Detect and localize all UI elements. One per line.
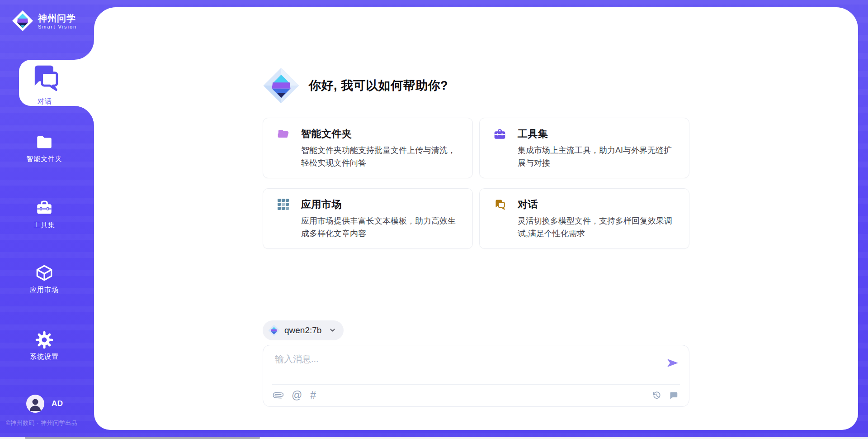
greeting: 你好, 我可以如何帮助你? xyxy=(263,67,689,104)
active-tab-curve-bottom xyxy=(74,106,94,126)
feature-cards: 智能文件夹 智能文件夹功能支持批量文件上传与清洗，轻松实现文件问答 xyxy=(263,118,689,249)
sidebar-item-toolset[interactable]: 工具集 xyxy=(0,199,89,229)
briefcase-icon xyxy=(493,128,506,140)
at-icon[interactable]: @ xyxy=(292,390,302,401)
hash-icon[interactable]: # xyxy=(310,390,316,401)
person-icon xyxy=(26,395,44,413)
brand-logo-icon xyxy=(12,10,33,32)
history-icon[interactable] xyxy=(652,391,661,400)
sidebar-item-smart-folders[interactable]: 智能文件夹 xyxy=(0,133,89,163)
composer-tools-right xyxy=(652,384,678,406)
main-panel: 你好, 我可以如何帮助你? 智能文件夹 智能文件夹功能支持批量文件上传与清洗，轻… xyxy=(94,7,858,430)
grid-icon xyxy=(277,198,289,211)
brand-name: 神州问学 xyxy=(38,13,77,24)
composer-tools-left: @ # xyxy=(273,384,316,406)
diamond-logo-icon xyxy=(268,324,280,336)
brand: 神州问学 Smart Vision xyxy=(12,10,77,32)
folder-icon xyxy=(35,133,54,152)
chevron-down-icon xyxy=(329,326,336,334)
sidebar-item-app-market[interactable]: 应用市场 xyxy=(0,263,89,294)
model-selector[interactable]: qwen2:7b xyxy=(263,320,344,340)
sidebar-item-settings[interactable]: 系统设置 xyxy=(0,330,89,361)
copyright: ©神州数码 · 神州问学出品 xyxy=(6,419,77,427)
cube-icon xyxy=(35,263,54,282)
card-smart-folders[interactable]: 智能文件夹 智能文件夹功能支持批量文件上传与清洗，轻松实现文件问答 xyxy=(263,118,473,178)
card-description: 灵活切换多模型文件，支持多样回复效果调试,满足个性化需求 xyxy=(518,215,677,240)
scrollbar-thumb[interactable] xyxy=(25,437,260,439)
active-tab-curve-top xyxy=(74,40,94,60)
card-title: 应用市场 xyxy=(301,198,342,211)
sidebar-item-label: 对话 xyxy=(38,97,52,106)
composer: @ # xyxy=(263,345,689,407)
card-title: 智能文件夹 xyxy=(301,127,352,141)
card-description: 智能文件夹功能支持批量文件上传与清洗，轻松实现文件问答 xyxy=(301,144,461,170)
brand-subtitle: Smart Vision xyxy=(38,24,77,29)
avatar xyxy=(26,395,44,413)
composer-divider xyxy=(272,384,680,385)
card-title: 对话 xyxy=(518,198,538,211)
card-chat[interactable]: 对话 灵活切换多模型文件，支持多样回复效果调试,满足个性化需求 xyxy=(479,188,689,249)
chat-bubble-icon[interactable] xyxy=(669,391,678,400)
chat-bubbles-icon xyxy=(28,60,62,94)
horizontal-scrollbar[interactable] xyxy=(0,437,868,439)
card-description: 应用市场提供丰富长文本模板，助力高效生成多样化文章内容 xyxy=(301,215,461,240)
card-toolset[interactable]: 工具集 集成市场上主流工具，助力AI与外界无缝扩展与对接 xyxy=(479,118,689,178)
open-folder-icon xyxy=(277,128,289,140)
sidebar-item-label: 应用市场 xyxy=(30,286,59,294)
gear-icon xyxy=(35,330,54,349)
user-profile[interactable]: AD xyxy=(26,395,63,413)
sidebar-item-chat[interactable]: 对话 xyxy=(19,60,94,106)
assistant-logo-icon xyxy=(263,67,300,104)
greeting-title: 你好, 我可以如何帮助你? xyxy=(309,77,448,94)
user-label: AD xyxy=(52,399,63,408)
sidebar-item-label: 工具集 xyxy=(33,221,55,229)
model-name: qwen2:7b xyxy=(284,325,321,335)
sidebar: 神州问学 Smart Vision 对话 智能文件夹 工具集 xyxy=(0,0,94,439)
card-description: 集成市场上主流工具，助力AI与外界无缝扩展与对接 xyxy=(518,144,677,170)
sidebar-item-label: 智能文件夹 xyxy=(26,155,62,163)
chat-bubbles-icon xyxy=(493,198,506,211)
paperclip-icon[interactable] xyxy=(273,390,283,401)
card-app-market[interactable]: 应用市场 应用市场提供丰富长文本模板，助力高效生成多样化文章内容 xyxy=(263,188,473,249)
sidebar-item-label: 系统设置 xyxy=(30,353,59,361)
message-input[interactable] xyxy=(274,353,653,365)
card-title: 工具集 xyxy=(518,127,548,141)
send-icon[interactable] xyxy=(666,357,679,370)
toolbox-icon xyxy=(35,199,54,218)
